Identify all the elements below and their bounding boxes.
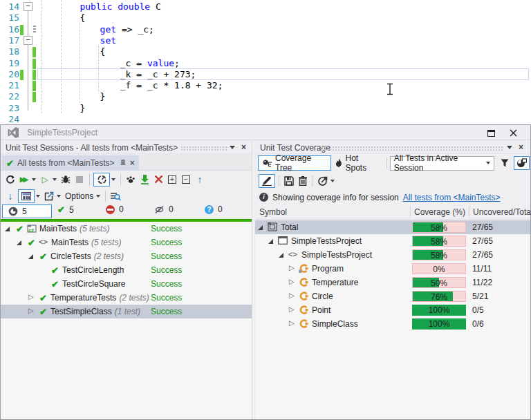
remove-session-button[interactable] <box>152 173 165 187</box>
coverage-tree-row[interactable]: ▷Point100%0/5 <box>255 303 530 317</box>
expander-open-icon[interactable] <box>279 253 283 258</box>
column-uncovered[interactable]: Uncovered/Total <box>473 207 531 217</box>
coverage-table-header[interactable]: Symbol Coverage (%) Uncovered/Total <box>255 204 530 220</box>
coverage-tree-row[interactable]: <>SimpleTestsProject58%27/65 <box>255 248 530 262</box>
test-tree-row[interactable]: ✔TestCircleLengthSuccess <box>1 263 252 277</box>
previous-test-button[interactable]: ↑ <box>194 173 206 187</box>
highlight-coverage-button[interactable] <box>259 174 275 188</box>
expander-closed-icon[interactable]: ▷ <box>289 278 295 285</box>
expander-open-icon[interactable] <box>17 240 21 245</box>
counter-ignored-value: 0 <box>169 204 174 214</box>
expander-closed-icon[interactable]: ▷ <box>289 305 295 313</box>
counter-total[interactable]: 5 <box>2 204 52 218</box>
column-separator[interactable] <box>469 206 469 218</box>
session-tab[interactable]: ✔ All tests from <MainTests> × <box>2 155 139 171</box>
session-link[interactable]: All tests from <MainTests> <box>403 193 501 202</box>
coverage-tree-row[interactable]: Total58%27/65 <box>255 220 530 234</box>
pin-icon[interactable] <box>120 160 127 167</box>
run-all-tests-button[interactable]: ▶▶ <box>18 173 30 187</box>
cover-new-tests-button[interactable] <box>93 173 110 187</box>
session-tab-close-icon[interactable]: × <box>130 158 135 168</box>
coverage-tree-row[interactable]: ▷Temperature50%11/22 <box>255 276 530 289</box>
cover-dropdown-icon[interactable] <box>111 178 115 181</box>
test-tree-row[interactable]: ✔TestCircleSquareSuccess <box>1 277 252 291</box>
run-all-dropdown-icon[interactable] <box>32 178 36 181</box>
expander-closed-icon[interactable]: ▷ <box>28 307 34 314</box>
stop-button[interactable] <box>73 173 86 187</box>
run-dropdown-icon[interactable] <box>53 178 57 181</box>
fold-collapse-icon[interactable]: − <box>24 36 32 45</box>
counter-inconclusive[interactable]: ? 0 <box>205 204 223 214</box>
expander-closed-icon[interactable]: ▷ <box>289 319 295 327</box>
test-tree-row[interactable]: ▷✔TemperatureTests(2 tests)Success <box>1 291 252 305</box>
counter-passed[interactable]: ✔ 5 <box>57 204 74 215</box>
panel-menu-chevron-icon[interactable] <box>230 146 235 149</box>
code-editor[interactable]: 14−public double C15{16get => _c;17−set1… <box>0 0 531 124</box>
close-button[interactable] <box>505 127 521 139</box>
test-status: Success <box>151 307 182 316</box>
test-tree-row[interactable]: ✔CircleTests(2 tests)Success <box>1 249 252 263</box>
panel-menu-chevron-icon[interactable] <box>507 146 512 149</box>
coverage-tree[interactable]: Total58%27/65SimpleTestsProject58%27/65<… <box>255 220 530 419</box>
sessions-panel-header[interactable]: Unit Test Sessions - All tests from <Mai… <box>1 141 252 154</box>
code-line: 14−public double C <box>0 1 531 13</box>
test-tree-row[interactable]: ✔<>MainTests(5 tests)Success <box>1 236 252 249</box>
counter-ignored[interactable]: 0 <box>154 204 174 214</box>
panel-close-icon[interactable]: × <box>519 142 523 152</box>
drop-snapshot-button[interactable] <box>297 174 309 188</box>
expander-closed-icon[interactable]: ▷ <box>289 264 295 271</box>
expander-closed-icon[interactable]: ▷ <box>28 293 34 300</box>
coverage-tree-row[interactable]: ▷Program0%11/11 <box>255 262 530 276</box>
coverage-tree-row[interactable]: ▷Circle76%5/21 <box>255 289 530 303</box>
column-separator[interactable] <box>410 206 411 218</box>
export-button[interactable] <box>43 189 55 203</box>
visual-studio-icon <box>8 127 19 138</box>
expander-closed-icon[interactable]: ▷ <box>289 292 295 299</box>
test-tree-row[interactable]: ▷✔TestSimpleClass(1 test)Success <box>1 305 252 318</box>
collapse-all-button[interactable]: − <box>180 173 192 187</box>
expander-open-icon[interactable] <box>268 239 273 244</box>
export-dropdown-icon[interactable] <box>57 195 61 198</box>
session-scope-dropdown[interactable]: All Tests in Active Session <box>390 156 495 171</box>
column-coverage[interactable]: Coverage (%) <box>414 207 465 217</box>
window-titlebar[interactable]: SimpleTestsProject <box>1 125 530 140</box>
group-by-button[interactable] <box>18 189 35 203</box>
expander-open-icon[interactable] <box>258 225 263 230</box>
coverage-margin-bar <box>32 81 36 91</box>
test-sessions-tree[interactable]: ✔c#MainTests(5 tests)Success✔<>MainTests… <box>1 222 252 419</box>
refresh-button[interactable] <box>4 173 17 187</box>
track-paw-button[interactable] <box>124 173 137 187</box>
coverage-panel-header[interactable]: Unit Test Coverage × <box>255 141 530 154</box>
import-results-button[interactable] <box>138 173 151 187</box>
panel-close-icon[interactable]: × <box>241 142 246 152</box>
group-by-dropdown-icon[interactable] <box>36 195 40 198</box>
fold-collapse-icon[interactable]: − <box>24 2 32 11</box>
test-count: (1 test) <box>115 307 140 316</box>
navigate-coverage-button[interactable] <box>317 174 329 188</box>
next-test-button[interactable]: ↓ <box>4 189 17 203</box>
save-snapshot-button[interactable] <box>283 174 295 188</box>
hot-spots-toggle[interactable]: Hot Spots <box>331 155 383 171</box>
filter-tree-button[interactable] <box>109 189 122 203</box>
column-symbol[interactable]: Symbol <box>259 207 287 217</box>
filter-funnel-button[interactable] <box>499 156 511 170</box>
coverage-tree-row[interactable]: SimpleTestsProject58%27/65 <box>255 234 530 248</box>
options-button[interactable]: Options <box>64 189 95 203</box>
test-passed-check-icon: ✔ <box>16 224 24 234</box>
debug-test-button[interactable] <box>59 173 72 187</box>
test-tree-row[interactable]: ✔c#MainTests(5 tests)Success <box>1 222 252 236</box>
sessions-toolbar-row2: ↓ Options <box>1 188 252 204</box>
counter-failed[interactable]: 0 <box>106 204 124 214</box>
expand-all-button[interactable]: + <box>166 173 178 187</box>
line-number: 17 <box>0 35 19 46</box>
run-test-button[interactable]: ▷ <box>39 173 51 187</box>
coverage-tree-row[interactable]: ▷SimpleClass100%0/6 <box>255 317 530 331</box>
expander-open-icon[interactable] <box>28 254 33 259</box>
navigate-dropdown-icon[interactable] <box>330 180 335 182</box>
coverage-tree-toggle[interactable]: Coverage Tree <box>258 155 331 171</box>
maximize-button[interactable] <box>483 127 499 139</box>
code-line: 15{ <box>0 12 531 24</box>
expander-open-icon[interactable] <box>5 227 10 231</box>
preview-window-button[interactable] <box>514 156 530 170</box>
options-dropdown-icon[interactable] <box>96 195 100 198</box>
